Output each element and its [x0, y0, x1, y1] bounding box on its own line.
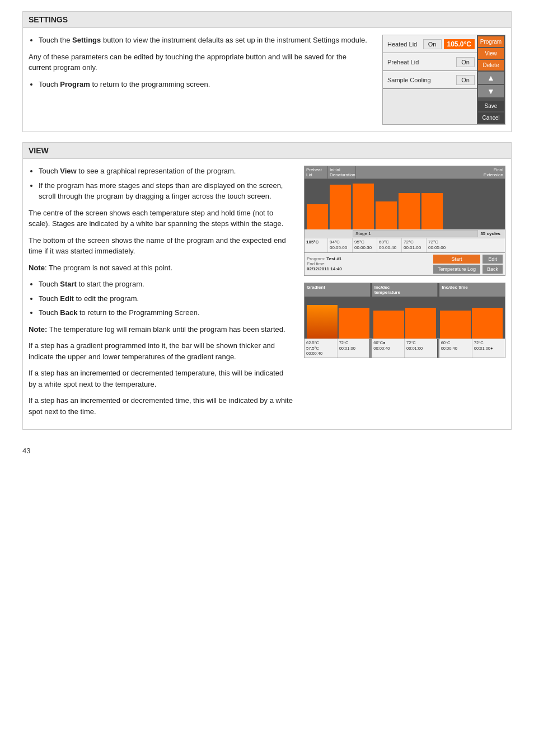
- pcr-bar-denat: [330, 185, 351, 229]
- instrument-settings-panel: Heated Lid On 105.0°C Preheat Lid On Sam…: [382, 35, 505, 125]
- pcr-temp-72a: 72°C00:01:00: [402, 238, 427, 252]
- preheat-lid-label: Preheat Lid: [383, 59, 456, 65]
- pcr-bar-final-block: [421, 193, 443, 229]
- grad-label-3a: 60°C00:00:40: [439, 339, 472, 358]
- grad-label-2b: 72°C00:01:00: [405, 339, 438, 358]
- pcr-side-buttons: Edit Back: [483, 255, 503, 274]
- pcr-bar-denat-block: [330, 185, 351, 229]
- pcr-bar-60-block: [376, 201, 397, 229]
- grad-col1-bars: [307, 299, 369, 339]
- pcr-final-ext-header: Final Extension: [471, 166, 505, 179]
- grad-labels-col3: 60°C00:00:40 72°C00:01:00●: [439, 339, 505, 358]
- view-para4: If a step has an incremented or decremen…: [29, 368, 293, 389]
- pcr-temp-72b: 72°C00:05:00: [427, 238, 505, 252]
- settings-bullet2: Touch Program to return to the programmi…: [39, 79, 371, 90]
- pcr-cycles: 35 cycles: [478, 231, 503, 237]
- settings-text: Touch the Settings button to view the in…: [29, 35, 371, 125]
- pcr-bottom-controls: Program: Test #1 End time: 02/12/2011 14…: [305, 252, 505, 275]
- grad-divider-vert2: [437, 299, 439, 339]
- heated-lid-row: Heated Lid On 105.0°C: [383, 35, 477, 53]
- pcr-bar-preheat: [307, 204, 328, 229]
- heated-lid-on[interactable]: On: [423, 39, 442, 49]
- view-para5: If a step has an incremented or decremen…: [29, 395, 293, 417]
- pcr-program-name-label: Program: Test #1: [307, 256, 431, 261]
- sample-cooling-label: Sample Cooling: [383, 77, 456, 83]
- preheat-lid-on[interactable]: On: [456, 57, 475, 67]
- view-bullet1: Touch View to see a graphical representa…: [39, 166, 293, 177]
- sample-cooling-row: Sample Cooling On: [383, 71, 477, 89]
- pcr-start-button[interactable]: Start: [433, 255, 480, 264]
- pcr-temp-labels: 105°C 94°C00:05:00 95°C00:00:30 60°C00:0…: [305, 238, 505, 252]
- pcr-end-time: 02/12/2011 14:40: [307, 266, 431, 271]
- grad-bar-incdec-2: [405, 308, 436, 339]
- view-header: VIEW: [23, 143, 511, 159]
- grad-col2-bars: [373, 299, 436, 339]
- pcr-bar-95-block: [353, 184, 374, 229]
- settings-body: Touch the Settings button to view the in…: [23, 28, 511, 132]
- grad-col3-bars: [440, 299, 503, 339]
- pcr-bar-final: [421, 193, 443, 229]
- pcr-preheat-header: Preheat Lid: [305, 166, 328, 179]
- view-note2: Note: The temperature log will remain bl…: [29, 324, 293, 335]
- page-number: 43: [22, 447, 512, 455]
- view-bullet3: Touch Start to start the program.: [39, 279, 293, 290]
- grad-bar-gradient-1: [307, 305, 338, 339]
- grad-labels-col2: 60°C●00:00:40 72°C00:01:00: [372, 339, 437, 358]
- pcr-stage-row: Stage 1 35 cycles: [305, 229, 505, 238]
- pcr-bar-72-block: [399, 193, 420, 229]
- grad-label-1b: 72°C00:01:00: [338, 339, 371, 358]
- gradient-labels: 62.5°C57.5°C00:00:40 72°C00:01:00 60°C●0…: [305, 339, 505, 358]
- pcr-temp-105: 105°C: [305, 238, 328, 252]
- arrow-up-icon[interactable]: ▲: [478, 72, 504, 84]
- pcr-action-buttons: Start Temperature Log: [433, 255, 480, 274]
- grad-bar-time-1: [440, 311, 471, 339]
- settings-bullet1: Touch the Settings button to view the in…: [39, 35, 371, 46]
- pcr-bar-60: [376, 201, 397, 229]
- view-text: Touch View to see a graphical representa…: [29, 166, 293, 422]
- grad-bar-time-2: [472, 308, 503, 339]
- sample-cooling-on[interactable]: On: [456, 75, 475, 85]
- grad-label-1a: 62.5°C57.5°C00:00:40: [305, 339, 338, 358]
- pcr-init-denat-header: Initial Denaturation: [328, 166, 356, 179]
- save-button[interactable]: Save: [478, 101, 504, 111]
- grad-labels-col1: 62.5°C57.5°C00:00:40 72°C00:01:00: [305, 339, 370, 358]
- view-bullet2: If the program has more stages and steps…: [39, 180, 293, 202]
- heated-lid-temp[interactable]: 105.0°C: [444, 39, 475, 49]
- pcr-temp-94: 94°C00:05:00: [328, 238, 353, 252]
- grad-col2-header: Inc/dectemperature: [372, 283, 438, 297]
- delete-button[interactable]: Delete: [478, 60, 504, 71]
- pcr-edit-button[interactable]: Edit: [483, 255, 503, 264]
- program-button[interactable]: Program: [478, 36, 504, 47]
- settings-section: SETTINGS Touch the Settings button to vi…: [22, 11, 512, 132]
- heated-lid-label: Heated Lid: [383, 41, 423, 48]
- view-para3: If a step has a gradient programmed into…: [29, 340, 293, 362]
- grad-col1-header: Gradient: [305, 283, 371, 297]
- grad-label-3b: 72°C00:01:00●: [472, 339, 505, 358]
- preheat-lid-row: Preheat Lid On: [383, 53, 477, 71]
- arrow-down-icon[interactable]: ▼: [478, 85, 504, 97]
- instrument-rows: Heated Lid On 105.0°C Preheat Lid On Sam…: [383, 35, 477, 124]
- pcr-temp-log-button[interactable]: Temperature Log: [433, 265, 480, 274]
- view-note1: Note: The program is not saved at this p…: [29, 262, 293, 274]
- pcr-bar-72: [399, 193, 420, 229]
- pcr-temp-95: 95°C00:00:30: [353, 238, 377, 252]
- pcr-spacer: [356, 166, 471, 179]
- pcr-stage1-label: Stage 1: [353, 230, 478, 237]
- pcr-prog-info: Program: Test #1 End time: 02/12/2011 14…: [307, 256, 431, 271]
- gradient-panel: Gradient Inc/dectemperature Inc/dec time: [304, 283, 505, 358]
- grad-col3-header: Inc/dec time: [439, 283, 505, 297]
- pcr-back-button[interactable]: Back: [483, 265, 503, 274]
- gradient-chart: [305, 297, 505, 339]
- grad-label-2a: 60°C●00:00:40: [372, 339, 405, 358]
- pcr-view-panel: Preheat Lid Initial Denaturation Final E…: [304, 166, 505, 276]
- pcr-bar-preheat-block: [307, 204, 328, 229]
- view-para2: The bottom of the screen shows the name …: [29, 235, 293, 257]
- pcr-temp-60: 60°C00:00:40: [377, 238, 402, 252]
- cancel-button[interactable]: Cancel: [478, 112, 504, 123]
- view-button[interactable]: View: [478, 48, 504, 59]
- inst-empty: [383, 89, 477, 124]
- view-section: VIEW Touch View to see a graphical repre…: [22, 142, 512, 430]
- grad-bar-gradient-2: [339, 308, 369, 339]
- settings-header: SETTINGS: [23, 12, 511, 28]
- view-bullet4: Touch Edit to edit the program.: [39, 293, 293, 304]
